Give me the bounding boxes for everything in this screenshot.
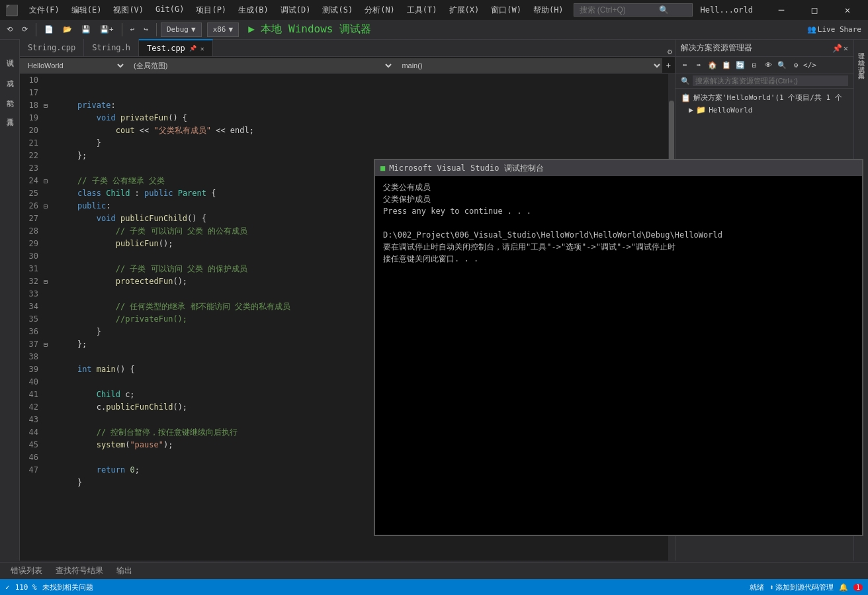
console-output: 父类公有成员 父类保护成员 Press any key to continue … [375,176,862,535]
debug-config-dropdown[interactable]: Debug ▼ [161,23,202,37]
sidebar-icon-4[interactable]: 工具箱 [1,105,19,122]
arch-dropdown[interactable]: x86 ▼ [207,23,239,37]
tab-string-cpp-label: String.cpp [28,43,75,52]
se-pin-button[interactable]: 📌 [832,44,842,53]
add-to-source-label: 添加到源代码管理 [775,582,834,592]
maximize-button[interactable]: □ [799,0,830,20]
vs-logo-icon: ⬛ [5,4,19,17]
status-bar: ✓ 110 % 未找到相关问题 就绪 ⬆ 添加到源代码管理 🔔 1 [0,579,868,595]
editor-scrollbar-thumb[interactable] [669,101,674,167]
run-button[interactable]: ▶ 本地 Windows 调试器 [244,21,375,38]
status-no-issues: 未找到相关问题 [42,582,93,592]
menu-window[interactable]: 窗口(W) [486,2,527,19]
status-right: 就绪 ⬆ 添加到源代码管理 🔔 1 [750,582,863,592]
se-project-icon: 📁 [696,105,706,114]
menu-project[interactable]: 项目(P) [191,2,232,19]
right-tab-debug[interactable]: 调试 [855,58,867,64]
menu-extensions[interactable]: 扩展(X) [444,2,485,19]
status-zoom[interactable]: 110 % [15,583,37,592]
console-vs-icon: ■ [380,163,385,173]
se-btn-refresh[interactable]: 🔄 [734,58,747,71]
tab-test-cpp-close[interactable]: ✕ [200,45,204,52]
se-search-input[interactable] [693,75,848,86]
se-btn-collapse[interactable]: ⊟ [748,58,761,71]
se-btn-code[interactable]: </> [803,58,816,71]
tab-test-cpp[interactable]: Test.cpp 📌 ✕ [139,39,213,56]
tab-pin-icon: 📌 [189,45,196,52]
menu-debug[interactable]: 调试(D) [275,2,316,19]
toolbar-forward-button[interactable]: ⟳ [18,23,32,36]
class-dropdown[interactable]: HelloWorld [20,58,126,73]
solution-explorer-title: 解决方案资源管理器 [681,42,752,54]
method-dropdown[interactable]: main() [394,58,662,73]
toolbar-redo-button[interactable]: ↪ [140,23,152,36]
menu-build[interactable]: 生成(B) [233,2,274,19]
toolbar-new-button[interactable]: 📄 [40,23,58,36]
left-sidebar: 调试 成功 功能 工具箱 [0,40,20,561]
toolbar-back-button[interactable]: ⟲ [3,23,17,36]
se-btn-props[interactable]: 📋 [720,58,733,71]
right-tab-success[interactable]: 功能 [855,52,867,57]
arch-arrow: ▼ [229,25,234,34]
sidebar-icon-2[interactable]: 成功 [1,65,19,82]
live-share-button[interactable]: 👥 Live Share [803,23,865,36]
bottom-tab-output[interactable]: 输出 [111,564,138,578]
se-btn-1[interactable]: ⬅ [678,58,691,71]
se-expand-icon: ▶ [689,105,693,114]
bell-icon[interactable]: 🔔 [839,583,848,592]
title-search-box[interactable]: 🔍 [574,3,693,17]
add-to-source-button[interactable]: ⬆ 添加到源代码管理 [769,582,834,592]
search-icon: 🔍 [659,5,669,15]
minimize-button[interactable]: ─ [766,0,797,20]
menu-edit[interactable]: 编辑(E) [66,2,107,19]
toolbar-save-all-button[interactable]: 💾+ [96,23,118,36]
toolbar-separator-1 [36,23,36,36]
se-btn-show-all[interactable]: 👁 [761,58,775,71]
tab-string-h[interactable]: String.h [84,39,139,56]
window-title: Hell...orld [701,5,753,15]
menu-git[interactable]: Git(G) [150,2,189,19]
sidebar-icon-3[interactable]: 功能 [1,85,19,102]
menu-tools[interactable]: 工具(T) [402,2,443,19]
fold-indicators: ⊟ ⊟ ⊟ ⊟ ⊟ [44,74,53,561]
fold-24[interactable]: ⊟ [44,177,48,185]
close-button[interactable]: ✕ [832,0,863,20]
se-item-helloworld[interactable]: ▶ 📁 HelloWorld [678,104,851,116]
bottom-tab-find[interactable]: 查找符号结果 [50,564,108,578]
right-tab-manage[interactable]: 管理 [855,45,867,50]
menu-test[interactable]: 测试(S) [317,2,358,19]
se-solution-icon: 📋 [681,93,691,103]
menu-view[interactable]: 视图(V) [108,2,149,19]
fold-26[interactable]: ⊟ [44,203,48,210]
menu-help[interactable]: 帮助(H) [528,2,569,19]
right-tab-toolbox[interactable]: 工具箱 [855,65,867,70]
fold-38[interactable]: ⊟ [44,341,48,348]
tab-string-cpp[interactable]: String.cpp [20,39,84,56]
sidebar-icon-1[interactable]: 调试 [1,45,19,62]
bottom-tab-errors[interactable]: 错误列表 [5,564,48,578]
fold-18[interactable]: ⊟ [44,102,48,109]
menu-analyze[interactable]: 分析(N) [359,2,400,19]
line-numbers: 10 17 18 19 20 21 22 23 24 25 26 27 28 2… [20,74,44,561]
tab-string-h-label: String.h [92,43,130,52]
editor-toolbar-add-button[interactable]: + [662,60,675,71]
fold-33[interactable]: ⊟ [44,278,48,285]
scope-dropdown[interactable]: (全局范围) [126,58,394,73]
bell-count: 1 [853,584,863,591]
toolbar-save-button[interactable]: 💾 [77,23,95,36]
tab-settings-button[interactable]: ⚙ [665,47,675,56]
debug-config-label: Debug [167,25,189,34]
se-close-button[interactable]: ✕ [844,44,848,53]
se-btn-home[interactable]: 🏠 [706,58,719,71]
toolbar-open-button[interactable]: 📂 [59,23,76,36]
title-search-input[interactable] [580,5,659,15]
toolbar-separator-2 [122,23,122,36]
toolbar-undo-button[interactable]: ↩ [126,23,139,36]
se-header-controls: 📌 ✕ [832,44,848,53]
se-btn-filter[interactable]: 🔍 [775,58,789,71]
tab-test-cpp-label: Test.cpp [147,44,185,53]
se-btn-settings[interactable]: ⚙ [789,58,803,71]
se-item-solution[interactable]: 📋 解决方案'HelloWorld'(1 个项目/共 1 个 [678,91,851,104]
menu-file[interactable]: 文件(F) [24,2,65,19]
se-btn-2[interactable]: ➡ [692,58,705,71]
